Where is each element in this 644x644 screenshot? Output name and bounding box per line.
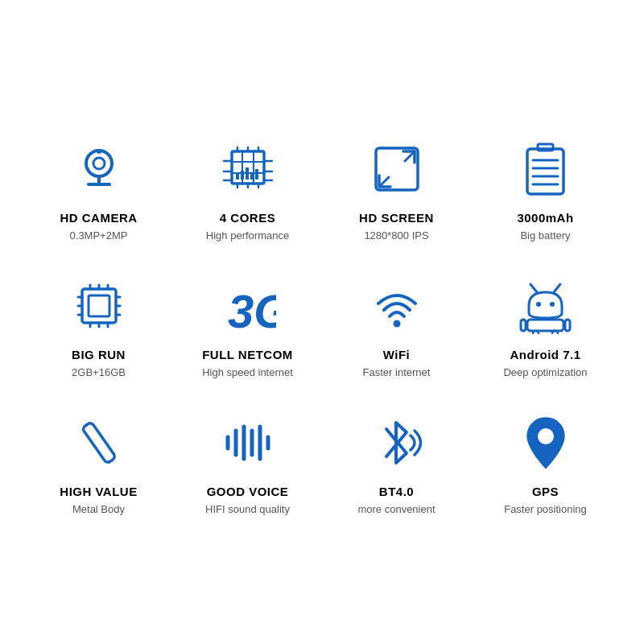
full-netcom-subtitle: High speed internet <box>202 366 293 378</box>
svg-text:3G: 3G <box>228 285 276 334</box>
svg-rect-37 <box>89 295 109 316</box>
feature-high-value: HIGH VALUE Metal Body <box>24 394 173 523</box>
big-run-subtitle: 2GB+16GB <box>72 366 126 378</box>
wifi-icon <box>365 274 429 338</box>
feature-bt: BT4.0 more convenient <box>322 394 471 523</box>
svg-line-29 <box>379 177 389 187</box>
svg-point-54 <box>536 302 541 307</box>
svg-line-53 <box>554 284 560 292</box>
wifi-subtitle: Faster internet <box>363 366 431 378</box>
gps-icon <box>514 411 578 475</box>
bt-title: BT4.0 <box>379 485 414 498</box>
cpu-icon <box>216 137 280 201</box>
bluetooth-icon <box>365 411 429 475</box>
feature-battery: 3000mAh Big battery <box>471 121 620 250</box>
svg-rect-58 <box>565 320 570 331</box>
feature-wifi: WiFi Faster internet <box>322 258 471 386</box>
feature-hd-screen: HD SCREEN 1280*800 IPS <box>322 121 471 250</box>
feature-full-netcom: 3G FULL NETCOM High speed internet <box>173 258 322 386</box>
big-run-title: BIG RUN <box>72 348 126 361</box>
svg-point-0 <box>86 151 112 176</box>
feature-big-run: BIG RUN 2GB+16GB <box>24 258 173 386</box>
feature-android: Android 7.1 Deep optimization <box>471 258 620 386</box>
svg-rect-30 <box>527 149 564 194</box>
high-value-title: HIGH VALUE <box>60 485 137 498</box>
screen-icon <box>365 137 429 201</box>
svg-rect-26 <box>255 169 258 180</box>
svg-point-68 <box>538 428 554 444</box>
camera-icon <box>67 137 131 201</box>
chip-icon <box>67 274 131 338</box>
svg-rect-59 <box>533 331 539 334</box>
gps-title: GPS <box>532 485 559 498</box>
full-netcom-title: FULL NETCOM <box>202 348 293 361</box>
battery-icon <box>514 137 578 201</box>
svg-rect-25 <box>250 172 254 180</box>
svg-point-51 <box>393 320 400 328</box>
hd-screen-subtitle: 1280*800 IPS <box>364 229 428 242</box>
voice-icon <box>216 411 280 475</box>
svg-point-55 <box>550 302 555 307</box>
svg-rect-56 <box>527 320 564 331</box>
android-subtitle: Deep optimization <box>503 366 587 378</box>
android-icon <box>514 274 578 338</box>
svg-rect-36 <box>82 289 116 323</box>
svg-rect-61 <box>81 422 115 464</box>
svg-rect-24 <box>246 167 249 180</box>
svg-rect-57 <box>521 320 526 331</box>
svg-point-1 <box>93 158 105 169</box>
svg-rect-60 <box>552 331 558 334</box>
4-cores-title: 4 CORES <box>220 211 275 225</box>
feature-good-voice: GOOD VOICE HIFI sound quality <box>173 394 322 523</box>
feature-hd-camera: HD CAMERA 0.3MP+2MP <box>24 121 173 250</box>
svg-rect-23 <box>241 171 244 180</box>
svg-rect-22 <box>236 174 239 180</box>
good-voice-subtitle: HIFI sound quality <box>205 503 290 515</box>
svg-point-4 <box>97 149 101 154</box>
svg-rect-31 <box>538 144 553 151</box>
feature-4-cores: 4 CORES High performance <box>173 121 322 250</box>
bt-subtitle: more convenient <box>357 503 435 515</box>
hd-camera-subtitle: 0.3MP+2MP <box>70 229 128 242</box>
pen-icon <box>67 411 131 475</box>
svg-line-52 <box>530 284 537 292</box>
feature-gps: GPS Faster positioning <box>471 394 620 523</box>
hd-screen-title: HD SCREEN <box>359 211 434 225</box>
battery-subtitle: Big battery <box>520 229 570 242</box>
wifi-title: WiFi <box>383 348 411 361</box>
battery-title: 3000mAh <box>517 211 573 225</box>
svg-line-28 <box>405 151 415 161</box>
features-grid: HD CAMERA 0.3MP+2MP <box>16 105 628 539</box>
4-cores-subtitle: High performance <box>206 229 289 242</box>
hd-camera-title: HD CAMERA <box>60 211 137 225</box>
high-value-subtitle: Metal Body <box>72 503 125 515</box>
good-voice-title: GOOD VOICE <box>207 485 289 498</box>
gps-subtitle: Faster positioning <box>504 503 587 515</box>
3g-icon: 3G <box>216 274 280 338</box>
android-title: Android 7.1 <box>510 348 580 361</box>
